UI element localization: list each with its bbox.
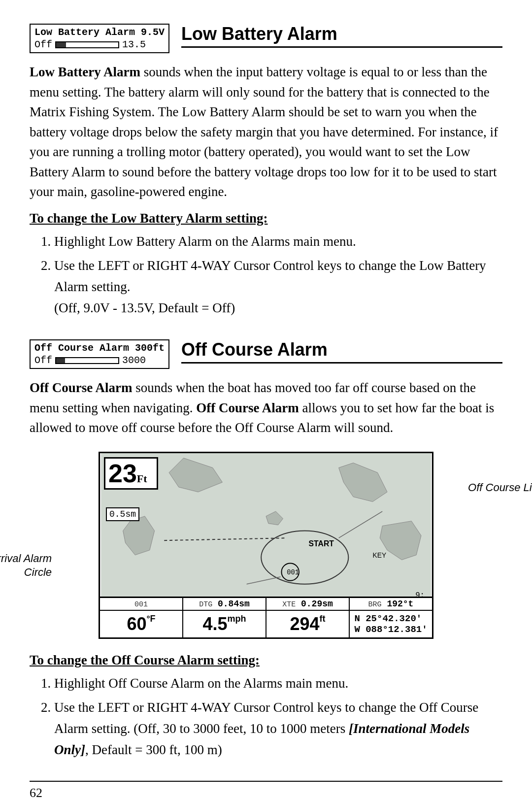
low-battery-alarm-header: Low Battery Alarm 9.5V Off 13.5 Low Batt…: [30, 24, 502, 53]
low-battery-intro-text: sounds when the input battery voltage is…: [30, 65, 498, 199]
low-battery-menu-row: Off 13.5: [34, 39, 165, 50]
low-battery-off-label: Off: [34, 39, 52, 50]
off-course-step-1: Highlight Off Course Alarm on the Alarms…: [54, 673, 502, 694]
nav-diagram-wrapper: Off Course Limits Arrival AlarmCircle: [79, 452, 453, 639]
low-battery-bold: Low Battery Alarm: [30, 65, 140, 79]
off-course-slider-track: [55, 357, 119, 364]
off-course-intro: Off Course Alarm sounds when the boat ha…: [30, 378, 502, 438]
nav-scale-box: 0.5sm: [106, 507, 139, 521]
off-course-slider: 3000: [54, 355, 146, 366]
off-course-off-label: Off: [34, 355, 52, 366]
low-battery-slider-track: [55, 41, 119, 48]
off-course-bold-1: Off Course Alarm: [30, 380, 132, 395]
low-battery-slider: 13.5: [54, 39, 146, 50]
nav-readings-row: 60°F 4.5mph 294ft N 25°42.320'W 088°12.3…: [100, 611, 432, 637]
off-course-slider-fill: [56, 358, 65, 363]
page-number: 62: [30, 781, 502, 798]
low-battery-section-title: Low Battery Alarm: [181, 24, 502, 48]
nav-reading-temp: 60°F: [100, 611, 183, 637]
low-battery-slider-value: 13.5: [122, 39, 146, 50]
low-battery-menu-box: Low Battery Alarm 9.5V Off 13.5: [30, 24, 169, 53]
nav-stat-dtg: DTG 0.84sm: [183, 598, 266, 610]
off-course-steps: Highlight Off Course Alarm on the Alarms…: [54, 673, 502, 761]
low-battery-step-2-text: Use the LEFT or RIGHT 4-WAY Cursor Contr…: [54, 258, 486, 315]
svg-text:001: 001: [287, 569, 299, 576]
low-battery-slider-fill: [56, 42, 66, 47]
nav-depth-box: 23Ft: [104, 457, 158, 490]
off-course-limits-label: Off Course Limits: [468, 481, 532, 494]
off-course-menu-row: Off 3000: [34, 355, 165, 366]
international-models-italic: [International Models Only]: [54, 721, 469, 757]
nav-bottom-bar: 001 DTG 0.84sm XTE 0.29sm BRG 192°t: [100, 597, 432, 637]
low-battery-steps: Highlight Low Battery Alarm on the Alarm…: [54, 231, 502, 319]
off-course-step-2-text: Use the LEFT or RIGHT 4-WAY Cursor Contr…: [54, 700, 478, 757]
low-battery-step-1: Highlight Low Battery Alarm on the Alarm…: [54, 231, 502, 252]
svg-text:START: START: [309, 539, 334, 548]
off-course-menu-title: Off Course Alarm 300ft: [34, 342, 165, 354]
off-course-slider-value: 3000: [122, 355, 146, 366]
off-course-section-title: Off Course Alarm: [181, 339, 502, 364]
nav-reading-depth: 294ft: [266, 611, 350, 637]
nav-stats-row: 001 DTG 0.84sm XTE 0.29sm BRG 192°t: [100, 598, 432, 611]
nav-stat-xte: XTE 0.29sm: [266, 598, 350, 610]
low-battery-step-2: Use the LEFT or RIGHT 4-WAY Cursor Contr…: [54, 255, 502, 319]
off-course-bold-2: Off Course Alarm: [196, 400, 299, 415]
nav-reading-speed: 4.5mph: [183, 611, 266, 637]
low-battery-menu-title: Low Battery Alarm 9.5V: [34, 27, 165, 38]
nav-stat-brg: BRG 192°t: [350, 598, 432, 610]
low-battery-intro: Low Battery Alarm sounds when the input …: [30, 62, 502, 202]
nav-stat-waypoint: 001: [100, 598, 183, 610]
nav-depth-unit: Ft: [137, 472, 147, 485]
low-battery-change-heading: To change the Low Battery Alarm setting:: [30, 211, 502, 226]
svg-text:KEY: KEY: [373, 551, 387, 559]
off-course-alarm-header: Off Course Alarm 300ft Off 3000 Off Cour…: [30, 339, 502, 369]
off-course-menu-box: Off Course Alarm 300ft Off 3000: [30, 339, 169, 369]
nav-depth-value: 23: [108, 459, 137, 488]
arrival-alarm-label: Arrival AlarmCircle: [0, 552, 52, 580]
nav-diagram: START KEY 001 9: 23Ft 0.5sm: [99, 452, 433, 639]
divider: [30, 322, 502, 339]
off-course-change-heading: To change the Off Course Alarm setting:: [30, 653, 502, 668]
off-course-step-2: Use the LEFT or RIGHT 4-WAY Cursor Contr…: [54, 697, 502, 761]
nav-reading-coords: N 25°42.320'W 088°12.381': [350, 611, 432, 637]
